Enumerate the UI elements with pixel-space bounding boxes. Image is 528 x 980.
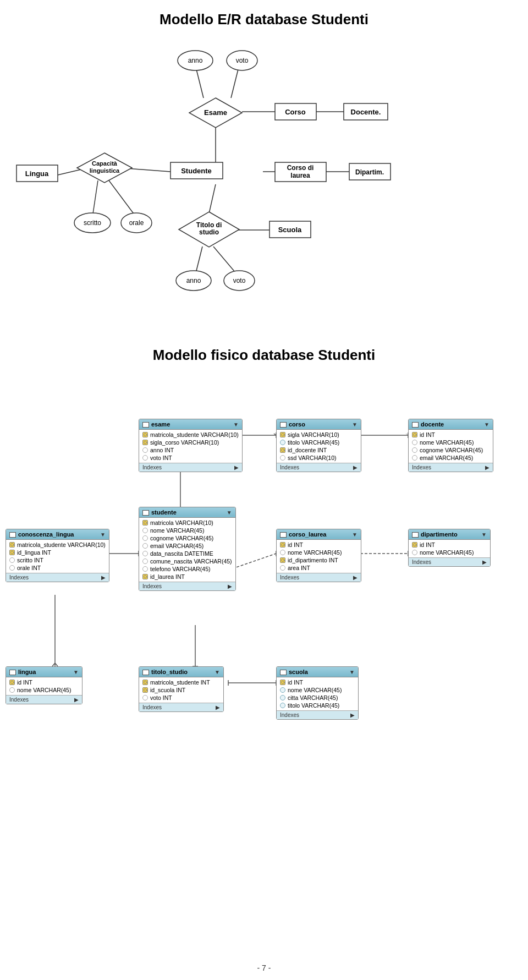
svg-point-126: [144, 689, 147, 692]
svg-line-10: [109, 180, 136, 217]
table-studente: studente ▼ matricola VARCHAR(10) nome VA…: [139, 507, 236, 591]
table-scuola: scuola ▼ id INT nome VARCHAR(45) citta V…: [276, 666, 359, 720]
table-titolo-studio: titolo_studio ▼ matricola_studente INT i…: [139, 666, 224, 712]
table-docente: docente ▼ id INT nome VARCHAR(45) cognom…: [408, 419, 493, 472]
svg-text:Docente.: Docente.: [351, 108, 381, 116]
field-esame-4: voto INT: [139, 454, 242, 462]
svg-text:scritto: scritto: [84, 219, 101, 227]
field-ck-1: matricola_studente VARCHAR(10): [6, 541, 109, 549]
table-header-corso-laurea: corso_laurea ▼: [277, 529, 361, 540]
svg-text:Titolo di: Titolo di: [196, 221, 222, 229]
svg-point-114: [282, 559, 284, 562]
svg-text:Capacità: Capacità: [92, 160, 118, 167]
svg-text:Studente: Studente: [181, 167, 212, 175]
svg-point-120: [11, 681, 14, 684]
table-corso: corso ▼ sigla VARCHAR(10) titolo VARCHAR…: [276, 419, 361, 472]
indexes-titolo-studio[interactable]: Indexes▶: [139, 703, 223, 711]
indexes-corso-laurea[interactable]: Indexes▶: [277, 573, 361, 582]
svg-point-90: [282, 434, 284, 436]
field-st-2: nome VARCHAR(45): [139, 527, 235, 534]
physical-diagram: esame ▼ matricola_studente VARCHAR(10) s…: [0, 375, 528, 952]
field-corso-4: ssd VARCHAR(10): [277, 454, 361, 462]
field-esame-2: sigla_corso VARCHAR(10): [139, 439, 242, 446]
field-cl-1: id INT: [277, 541, 361, 549]
svg-line-9: [92, 180, 98, 217]
svg-text:Corso di: Corso di: [287, 164, 314, 172]
field-st-6: comune_nascita VARCHAR(45): [139, 557, 235, 565]
svg-text:Dipartim.: Dipartim.: [355, 168, 384, 176]
svg-point-87: [144, 441, 147, 444]
table-corso-laurea: corso_laurea ▼ id INT nome VARCHAR(45) i…: [276, 529, 361, 582]
svg-point-129: [282, 681, 284, 684]
svg-point-99: [11, 544, 14, 546]
table-header-scuola: scuola ▼: [277, 667, 358, 677]
er-diagram: anno voto Esame Corso Docente. Lingua Ca…: [0, 0, 528, 341]
svg-point-108: [144, 576, 147, 578]
table-esame: esame ▼ matricola_studente VARCHAR(10) s…: [139, 419, 243, 472]
field-st-8: id_laurea INT: [139, 573, 235, 581]
field-sc-3: citta VARCHAR(45): [277, 694, 358, 702]
indexes-esame[interactable]: Indexes▶: [139, 463, 242, 472]
indexes-dipartimento[interactable]: Indexes▶: [409, 557, 490, 566]
field-st-5: data_nascita DATETIME: [139, 550, 235, 557]
field-ck-2: id_lingua INT: [6, 549, 109, 556]
indexes-lingua[interactable]: Indexes▶: [6, 695, 82, 704]
field-ck-3: scritto INT: [6, 556, 109, 564]
field-corso-3: id_docente INT: [277, 446, 361, 454]
field-st-1: matricola VARCHAR(10): [139, 519, 235, 527]
table-lingua: lingua ▼ id INT nome VARCHAR(45) Indexes…: [6, 666, 82, 704]
table-header-docente: docente ▼: [409, 419, 493, 430]
table-header-lingua: lingua ▼: [6, 667, 82, 677]
table-header-conoscenza-lingua: conoscenza_lingua ▼: [6, 529, 109, 540]
indexes-docente[interactable]: Indexes▶: [409, 463, 493, 472]
table-header-dipartimento: dipartimento ▼: [409, 529, 490, 540]
field-docente-2: nome VARCHAR(45): [409, 439, 493, 446]
field-corso-1: sigla VARCHAR(10): [277, 431, 361, 439]
svg-point-117: [414, 544, 416, 546]
svg-point-93: [282, 449, 284, 452]
table-conoscenza-lingua: conoscenza_lingua ▼ matricola_studente V…: [6, 529, 109, 582]
table-header-corso: corso ▼: [277, 419, 361, 430]
field-cl-3: id_dipartimento INT: [277, 556, 361, 564]
svg-point-84: [144, 434, 147, 436]
svg-text:linguistica: linguistica: [90, 167, 120, 174]
svg-text:anno: anno: [188, 57, 203, 64]
field-docente-1: id INT: [409, 431, 493, 439]
field-st-7: telefono VARCHAR(45): [139, 565, 235, 573]
svg-text:orale: orale: [129, 219, 144, 227]
svg-point-105: [144, 522, 147, 524]
field-lg-1: id INT: [6, 678, 82, 686]
indexes-scuola[interactable]: Indexes▶: [277, 710, 358, 719]
svg-text:studio: studio: [199, 228, 219, 236]
svg-text:Corso: Corso: [285, 108, 306, 116]
page-number: - 7 -: [0, 952, 528, 980]
field-dp-1: id INT: [409, 541, 490, 549]
indexes-studente[interactable]: Indexes▶: [139, 582, 235, 590]
field-st-4: email VARCHAR(45): [139, 542, 235, 550]
field-cl-4: area INT: [277, 564, 361, 572]
svg-text:laurea: laurea: [290, 172, 310, 179]
svg-line-14: [213, 247, 238, 275]
table-header-studente: studente ▼: [139, 507, 235, 518]
field-cl-2: nome VARCHAR(45): [277, 549, 361, 556]
field-dp-2: nome VARCHAR(45): [409, 549, 490, 556]
field-esame-3: anno INT: [139, 446, 242, 454]
table-dipartimento: dipartimento ▼ id INT nome VARCHAR(45) I…: [408, 529, 491, 567]
svg-point-111: [282, 544, 284, 546]
indexes-corso[interactable]: Indexes▶: [277, 463, 361, 472]
field-ck-4: orale INT: [6, 564, 109, 572]
svg-point-96: [414, 434, 416, 436]
field-docente-4: email VARCHAR(45): [409, 454, 493, 462]
svg-text:voto: voto: [236, 57, 249, 64]
svg-text:Lingua: Lingua: [25, 169, 49, 178]
svg-text:anno: anno: [186, 277, 201, 284]
physical-title: Modello fisico database Studenti: [0, 341, 528, 375]
field-sc-2: nome VARCHAR(45): [277, 686, 358, 694]
field-sc-1: id INT: [277, 678, 358, 686]
svg-text:Esame: Esame: [204, 108, 227, 117]
indexes-conoscenza-lingua[interactable]: Indexes▶: [6, 573, 109, 582]
field-ts-1: matricola_studente INT: [139, 678, 223, 686]
svg-point-123: [144, 681, 147, 684]
field-lg-2: nome VARCHAR(45): [6, 686, 82, 694]
svg-point-102: [11, 551, 14, 554]
